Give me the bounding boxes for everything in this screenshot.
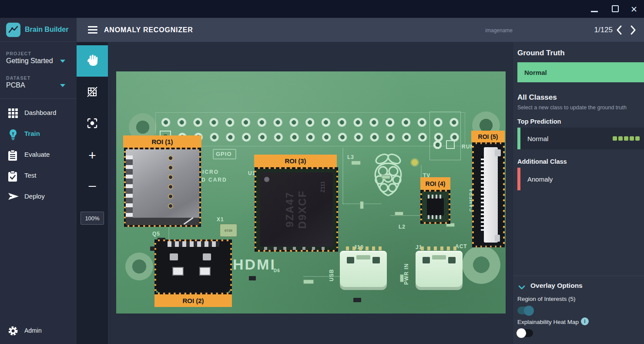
window-title-bar: ✕ [0,0,644,18]
pcb-trace [342,148,343,204]
roi-region-2[interactable] [154,239,232,294]
sd-card-slot [126,149,199,225]
sidebar-item-test[interactable]: Test [0,169,77,184]
info-icon[interactable]: i [581,317,589,325]
clipboard-list-icon [8,150,19,161]
chip-body [427,198,444,215]
chip-marking-top: Z111 [320,181,326,192]
pcb-component [360,201,364,209]
plus-icon: + [88,148,96,163]
brand-name: Brain Builder [25,26,68,34]
minimize-button[interactable] [587,0,602,18]
camera-connector [474,144,503,246]
pan-tool-button[interactable] [77,45,108,77]
grid-off-tool-button[interactable] [77,77,108,108]
sidebar-item-label: Deploy [24,192,45,200]
roi-label-text: ROI (3) [285,157,306,165]
confidence-block [635,136,640,141]
pcb-solder-pads [346,246,382,250]
pcb-component [382,175,390,179]
roi-label[interactable]: ROI (3) [254,155,337,167]
center-focus-tool-button[interactable] [77,108,108,140]
mini-hdmi-connector [156,241,230,293]
chip-marking-line2: D9XCF [296,190,309,229]
chip-marking: 9ZA47 D9XCF [284,190,309,229]
sidebar-item-admin[interactable]: Admin [0,324,77,339]
silkscreen-x1: X1 [217,216,224,223]
roi-label[interactable]: ROI (1) [123,135,201,148]
ground-truth-title: Ground Truth [517,49,565,57]
hdmi-teeth [168,241,219,247]
minus-icon: – [89,178,96,193]
roi-region-4[interactable] [420,190,450,224]
pcb-solder-pads [421,246,456,250]
sidebar-item-deploy[interactable]: Deploy [0,190,77,205]
roi-label[interactable]: ROI (2) [154,294,232,307]
project-caret-down-icon[interactable] [60,60,65,63]
confidence-block [613,136,617,141]
zoom-in-button[interactable]: + [77,140,108,171]
class-row-anomaly[interactable]: Anomaly [517,168,644,190]
hdmi-window [172,267,184,276]
dataset-caret-down-icon[interactable] [60,84,65,87]
sidebar-item-label: Train [24,130,40,137]
connector-latch [495,149,501,156]
roi-region-3[interactable]: Z111 9ZA47 D9XCF [255,167,338,252]
image-name: imagename [485,27,513,34]
roi-label-text: ROI (5) [478,133,498,140]
silkscreen-l2: L2 [399,224,406,230]
chip-pads [264,247,328,250]
project-selector[interactable]: Getting Started [6,57,53,65]
heatmap-toggle[interactable] [517,329,533,337]
connector-body [484,147,498,243]
silkscreen-l3: L3 [347,154,354,160]
next-image-button[interactable] [629,25,639,35]
overlay-options-section: Overlay Options Region of Interests (5) … [513,276,644,344]
pcb-pad [446,140,455,149]
roi-label[interactable]: ROI (5) [471,131,505,142]
chevron-down-icon[interactable] [518,283,525,291]
usb-port [340,251,387,290]
maximize-button[interactable] [608,0,623,18]
roi-region-1[interactable] [124,148,201,227]
image-canvas[interactable]: 0720 GPIO MICRO SD CARD U1 Q5 X1 L3 L2 J… [108,42,513,344]
chip-pins [428,215,443,219]
roi-toggle[interactable] [517,307,533,314]
close-button[interactable]: ✕ [627,0,642,18]
center-focus-icon [87,118,98,131]
roi-label[interactable]: ROI (4) [420,177,450,190]
chip-pins [428,195,443,199]
pcb-component [303,280,314,284]
zoom-out-button[interactable]: – [77,171,108,202]
sidebar-item-evaluate[interactable]: Evaluate [0,148,77,163]
pcb-component [249,276,256,280]
connector-teeth [481,156,484,231]
silkscreen-usb: USB [329,269,335,281]
sd-slot-pins [126,155,133,219]
lightbulb-icon [8,129,19,140]
roi-label-text: ROI (1) [151,138,173,145]
sidebar-item-train[interactable]: Train [0,127,77,142]
send-icon [8,192,19,203]
pcb-component [351,161,361,165]
roi-region-5[interactable] [472,142,505,247]
silkscreen-act: ACT [455,243,467,250]
usb-port-detail [347,257,354,263]
chip-pin1-dot [264,177,269,182]
confidence-block [618,136,623,141]
roi-label-text: ROI (4) [426,180,446,187]
pcb-component [353,298,361,302]
sidebar-item-dashboard[interactable]: Dashboard [0,106,77,121]
ground-truth-text: Normal [524,69,547,76]
dataset-selector[interactable]: PCBA [6,81,25,89]
prediction-row-normal[interactable]: Normal [517,128,644,149]
menu-icon[interactable] [88,26,97,34]
silkscreen-sd-card: SD CARD [197,177,227,183]
sidebar: Brain Builder PROJECT Getting Started DA… [0,18,77,344]
pcb-led [410,158,419,167]
usb-port-detail [432,255,446,260]
gear-icon [8,326,19,337]
ground-truth-value[interactable]: Normal [517,62,644,82]
previous-image-button[interactable] [615,25,625,35]
roi-toggle-knob [524,306,534,316]
